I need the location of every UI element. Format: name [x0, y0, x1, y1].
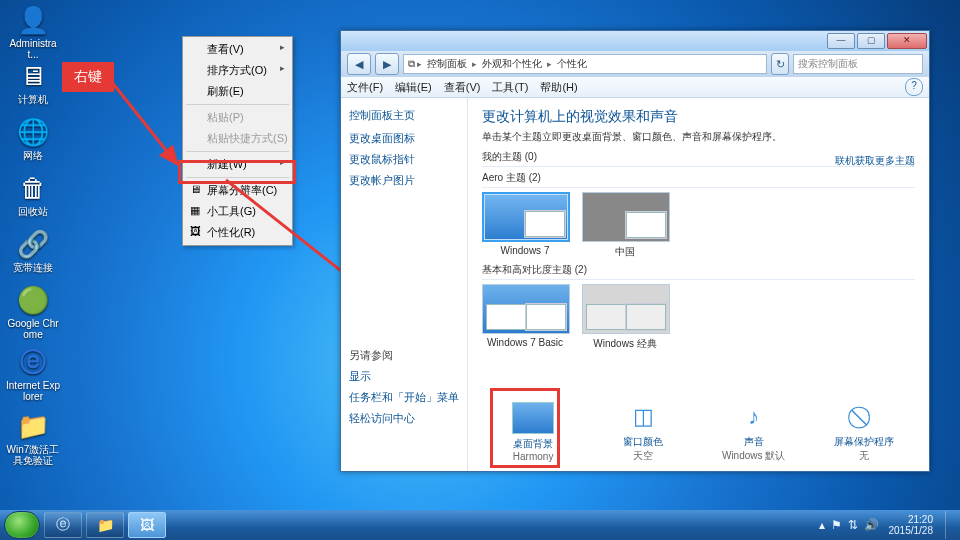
search-input[interactable]: 搜索控制面板	[793, 54, 923, 74]
annotation-arrow-1	[105, 72, 185, 172]
folder-icon: 📁	[17, 410, 49, 442]
desktop-icon-computer[interactable]: 🖥计算机	[6, 60, 60, 105]
link-more-themes[interactable]: 联机获取更多主题	[835, 154, 915, 168]
theme-thumb	[582, 192, 670, 242]
nav-forward-button[interactable]: ▶	[375, 53, 399, 75]
tray-clock[interactable]: 21:20 2015/1/28	[885, 514, 938, 536]
page-subtitle: 单击某个主题立即更改桌面背景、窗口颜色、声音和屏幕保护程序。	[482, 130, 915, 144]
volume-icon[interactable]: 🔊	[864, 518, 879, 532]
menu-view[interactable]: 查看(V)	[444, 80, 481, 95]
ctx-sort[interactable]: 排序方式(O)	[185, 60, 290, 81]
taskbar-ie[interactable]: ⓔ	[44, 512, 82, 538]
annotation-label: 右键	[62, 62, 114, 92]
personalize-icon: 🖼	[188, 225, 202, 239]
recycle-icon: 🗑	[17, 172, 49, 204]
desktop-icon-chrome[interactable]: 🟢Google Chrome	[6, 284, 60, 340]
theme-windows7[interactable]: Windows 7	[482, 192, 568, 256]
theme-classic[interactable]: Windows 经典	[582, 284, 668, 351]
flag-icon[interactable]: ⚑	[831, 518, 842, 532]
show-desktop-button[interactable]	[945, 511, 956, 539]
user-icon: 👤	[17, 4, 49, 36]
menu-edit[interactable]: 编辑(E)	[395, 80, 432, 95]
personalize-icon: 🖼	[140, 517, 154, 533]
desktop-context-menu: 查看(V) 排序方式(O) 刷新(E) 粘贴(P) 粘贴快捷方式(S) 新建(W…	[182, 36, 293, 246]
ctx-resolution[interactable]: 🖥屏幕分辨率(C)	[185, 180, 290, 201]
settings-row: 桌面背景 Harmony ◫ 窗口颜色 天空 ♪ 声音 Windows 默认	[468, 402, 929, 463]
window-titlebar[interactable]: — ▢ ✕	[341, 31, 929, 51]
cp-home-link[interactable]: 控制面板主页	[349, 108, 459, 123]
sound-icon: ♪	[734, 402, 774, 432]
theme-thumb	[482, 192, 570, 242]
menu-help[interactable]: 帮助(H)	[540, 80, 577, 95]
setting-sound[interactable]: ♪ 声音 Windows 默认	[711, 402, 797, 463]
folder-icon: 📁	[97, 517, 114, 533]
link-change-icons[interactable]: 更改桌面图标	[349, 131, 459, 146]
ctx-sep	[186, 104, 289, 105]
system-tray[interactable]: ▴ ⚑ ⇅ 🔊 21:20 2015/1/28	[819, 511, 957, 539]
nav-back-button[interactable]: ◀	[347, 53, 371, 75]
close-button[interactable]: ✕	[887, 33, 927, 49]
taskbar[interactable]: ⓔ 📁 🖼 ▴ ⚑ ⇅ 🔊 21:20 2015/1/28	[0, 510, 960, 540]
link-display[interactable]: 显示	[349, 369, 459, 384]
theme-thumb	[482, 284, 570, 334]
ie-icon: ⓔ	[56, 516, 70, 534]
taskbar-explorer[interactable]: 📁	[86, 512, 124, 538]
personalization-window: — ▢ ✕ ◀ ▶ ⧉▸ 控制面板▸ 外观和个性化▸ 个性化 ↻ 搜索控制面板 …	[340, 30, 930, 472]
theme-thumb	[582, 284, 670, 334]
link-change-pointer[interactable]: 更改鼠标指针	[349, 152, 459, 167]
ctx-view[interactable]: 查看(V)	[185, 39, 290, 60]
ie-icon: ⓔ	[17, 346, 49, 378]
group-basic-themes: 基本和高对比度主题 (2)	[482, 263, 915, 280]
desktop-icon-ie[interactable]: ⓔInternet Explorer	[6, 346, 60, 402]
ctx-paste: 粘贴(P)	[185, 107, 290, 128]
chrome-icon: 🟢	[17, 284, 49, 316]
setting-desktop-background[interactable]: 桌面背景 Harmony	[490, 402, 576, 463]
network-icon: 🌐	[17, 116, 49, 148]
ctx-personalize[interactable]: 🖼个性化(R)	[185, 222, 290, 243]
link-ease-of-access[interactable]: 轻松访问中心	[349, 411, 459, 426]
color-icon: ◫	[623, 402, 663, 432]
connection-icon: 🔗	[17, 228, 49, 260]
home-icon: ⧉	[408, 58, 415, 70]
network-tray-icon[interactable]: ⇅	[848, 518, 858, 532]
ctx-sep	[186, 177, 289, 178]
setting-window-color[interactable]: ◫ 窗口颜色 天空	[600, 402, 686, 463]
help-icon[interactable]: ?	[905, 78, 923, 96]
right-pane: 更改计算机上的视觉效果和声音 单击某个主题立即更改桌面背景、窗口颜色、声音和屏幕…	[468, 98, 929, 471]
desktop-icon-win7tool[interactable]: 📁Win7激活工具免验证	[6, 410, 60, 466]
ctx-refresh[interactable]: 刷新(E)	[185, 81, 290, 102]
crumb-refresh-button[interactable]: ↻	[771, 53, 789, 75]
minimize-button[interactable]: —	[827, 33, 855, 49]
computer-icon: 🖥	[17, 60, 49, 92]
maximize-button[interactable]: ▢	[857, 33, 885, 49]
taskbar-personalization[interactable]: 🖼	[128, 512, 166, 538]
start-button[interactable]	[4, 511, 40, 539]
breadcrumb[interactable]: ⧉▸ 控制面板▸ 外观和个性化▸ 个性化	[403, 54, 767, 74]
setting-screensaver[interactable]: ⃠ 屏幕保护程序 无	[821, 402, 907, 463]
ctx-sep	[186, 151, 289, 152]
ctx-paste-shortcut: 粘贴快捷方式(S)	[185, 128, 290, 149]
theme-china[interactable]: 中国	[582, 192, 668, 259]
menu-file[interactable]: 文件(F)	[347, 80, 383, 95]
desktop-icon-broadband[interactable]: 🔗宽带连接	[6, 228, 60, 273]
link-taskbar-start[interactable]: 任务栏和「开始」菜单	[349, 390, 459, 405]
ctx-gadgets[interactable]: ▦小工具(G)	[185, 201, 290, 222]
desktop-icon-network[interactable]: 🌐网络	[6, 116, 60, 161]
desktop-icon-admin[interactable]: 👤Administrat...	[6, 4, 60, 60]
ctx-new[interactable]: 新建(W)	[185, 154, 290, 175]
group-aero-themes: Aero 主题 (2)	[482, 171, 915, 188]
monitor-icon: 🖥	[188, 183, 202, 197]
theme-win7-basic[interactable]: Windows 7 Basic	[482, 284, 568, 348]
see-also-title: 另请参阅	[349, 348, 459, 363]
menu-tools[interactable]: 工具(T)	[492, 80, 528, 95]
svg-line-0	[107, 76, 177, 164]
desktop[interactable]: 👤Administrat... 🖥计算机 🌐网络 🗑回收站 🔗宽带连接 🟢Goo…	[0, 0, 960, 540]
link-change-account-pic[interactable]: 更改帐户图片	[349, 173, 459, 188]
left-pane: 控制面板主页 更改桌面图标 更改鼠标指针 更改帐户图片 另请参阅 显示 任务栏和…	[341, 98, 468, 471]
desktop-icon-recycle[interactable]: 🗑回收站	[6, 172, 60, 217]
screensaver-icon: ⃠	[844, 402, 884, 432]
wallpaper-icon	[512, 402, 554, 434]
tray-expand-icon[interactable]: ▴	[819, 518, 825, 532]
page-title: 更改计算机上的视觉效果和声音	[482, 108, 915, 126]
menu-bar: 文件(F) 编辑(E) 查看(V) 工具(T) 帮助(H) ?	[341, 77, 929, 98]
